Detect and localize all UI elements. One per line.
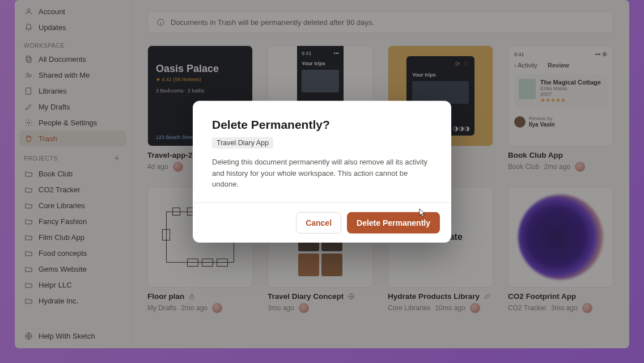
- delete-modal: Delete Permanently? Travel Diary App Del…: [193, 101, 451, 243]
- modal-title: Delete Permanently?: [212, 118, 432, 132]
- modal-actions: Cancel Delete Permanently: [193, 202, 451, 242]
- modal-subject-tag: Travel Diary App: [212, 137, 273, 149]
- modal-text: Deleting this document permanently will …: [212, 157, 432, 190]
- cancel-button[interactable]: Cancel: [296, 212, 341, 233]
- delete-permanently-button[interactable]: Delete Permanently: [347, 212, 440, 233]
